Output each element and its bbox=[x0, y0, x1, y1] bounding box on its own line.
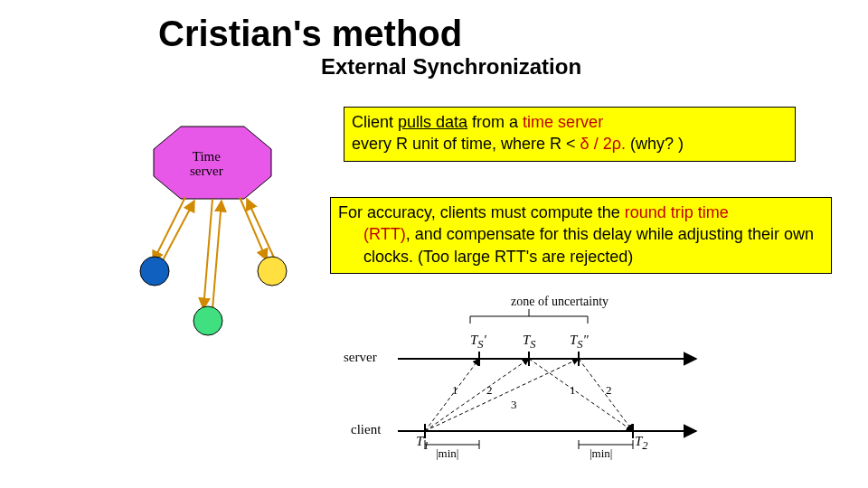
svg-line-4 bbox=[240, 197, 267, 260]
text-red: round trip time bbox=[625, 203, 729, 221]
path-num: 3 bbox=[511, 398, 517, 412]
tick-ts-prime: TS' bbox=[470, 333, 486, 352]
text-red: (RTT) bbox=[363, 225, 406, 243]
page-subtitle: External Synchronization bbox=[321, 54, 581, 80]
text-underline: pulls data bbox=[398, 113, 467, 131]
path-num: 1 bbox=[452, 383, 458, 398]
path-num: 2 bbox=[606, 383, 612, 398]
svg-line-0 bbox=[153, 197, 185, 262]
text: every R unit of time, where R < bbox=[352, 135, 580, 153]
min-label: |min| bbox=[590, 446, 612, 461]
tick-ts: TS bbox=[523, 333, 536, 352]
svg-line-3 bbox=[212, 201, 222, 309]
time-server-label: Time server bbox=[190, 150, 223, 179]
text: , and compensate for this delay while ad… bbox=[363, 225, 814, 265]
tick-t2: T2 bbox=[635, 434, 648, 453]
server-axis-label: server bbox=[344, 350, 377, 365]
client-node-green bbox=[193, 306, 222, 335]
client-node-blue bbox=[140, 257, 169, 286]
callout-rtt: For accuracy, clients must compute the r… bbox=[330, 197, 832, 274]
text: For accuracy, clients must compute the bbox=[338, 203, 625, 221]
client-node-yellow bbox=[258, 257, 287, 286]
text-red: δ / 2ρ. bbox=[580, 135, 626, 153]
text: (why? ) bbox=[626, 135, 684, 153]
timing-diagram: zone of uncertainty server client TS' TS… bbox=[335, 300, 723, 463]
svg-line-26 bbox=[529, 359, 633, 431]
tick-t1: T1 bbox=[416, 434, 429, 453]
server-clients-diagram: Time server bbox=[131, 117, 330, 352]
text: Client bbox=[352, 113, 398, 131]
zone-label: zone of uncertainty bbox=[511, 295, 609, 309]
svg-line-24 bbox=[425, 359, 529, 431]
client-axis-label: client bbox=[351, 422, 381, 437]
text-red: time server bbox=[523, 113, 603, 131]
svg-line-5 bbox=[247, 199, 274, 258]
svg-line-2 bbox=[203, 199, 212, 309]
page-title: Cristian's method bbox=[158, 14, 462, 54]
svg-line-25 bbox=[425, 359, 579, 431]
min-label: |min| bbox=[436, 446, 458, 461]
text: from a bbox=[467, 113, 523, 131]
tick-ts-dprime: TS" bbox=[570, 333, 589, 352]
path-num: 2 bbox=[486, 383, 493, 398]
callout-pull-data: Client pulls data from a time server eve… bbox=[344, 107, 796, 162]
path-num: 1 bbox=[570, 383, 576, 398]
